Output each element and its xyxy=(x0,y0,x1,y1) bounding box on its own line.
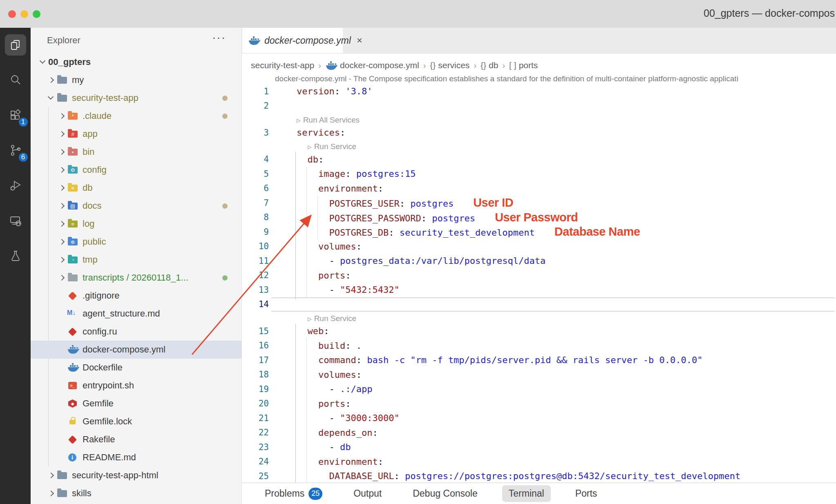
tree-item-agent-structure-md[interactable]: M↓agent_structure.md xyxy=(31,305,241,323)
panel-tab-problems[interactable]: Problems25 xyxy=(258,485,329,503)
code-line-23[interactable]: 23 - db xyxy=(242,440,836,455)
chevron-right-icon[interactable] xyxy=(46,75,56,85)
chevron-right-icon[interactable] xyxy=(56,219,67,229)
tree-item-app[interactable]: #app xyxy=(31,125,241,143)
panel-tab-output[interactable]: Output xyxy=(347,485,388,502)
chevron-right-icon[interactable] xyxy=(56,236,67,247)
code-line-7[interactable]: 7 POSTGRES_USER: postgresUser ID xyxy=(242,196,836,210)
tree-item-00-gpters[interactable]: 00_gpters xyxy=(31,53,241,71)
code-line-14[interactable]: 14 xyxy=(242,297,836,312)
chevron-right-icon[interactable] xyxy=(56,111,67,121)
chevron-right-icon[interactable] xyxy=(56,183,67,193)
code-line-15[interactable]: 15 web: xyxy=(242,324,836,339)
code-line-19[interactable]: 19 - .:/app xyxy=(242,382,836,397)
breadcrumb-item-docker-compose-yml[interactable]: docker-compose.yml xyxy=(325,60,419,70)
tree-item-log[interactable]: ≡log xyxy=(31,215,241,233)
maximize-window-button[interactable] xyxy=(33,10,40,18)
tree-item--claude[interactable]: *.claude xyxy=(31,107,241,125)
breadcrumb: security-test-app›docker-compose.yml›{}s… xyxy=(251,58,538,73)
code-line-25[interactable]: 25 DATABASE_URL: postgres://postgres:pos… xyxy=(242,469,836,482)
tree-item-security-test-app[interactable]: security-test-app xyxy=(31,89,241,107)
code-line-1[interactable]: 1version: '3.8' xyxy=(242,84,836,99)
code-line-21[interactable]: 21 - "3000:3000" xyxy=(242,411,836,426)
codelens-run-service[interactable]: ▷Run Service xyxy=(242,312,836,324)
tree-item-label: docker-compose.yml xyxy=(83,344,165,355)
chevron-right-icon[interactable] xyxy=(46,470,56,481)
panel-tab-terminal[interactable]: Terminal xyxy=(502,485,551,502)
tree-item-readme-md[interactable]: iREADME.md xyxy=(31,448,241,466)
tree-item-config-ru[interactable]: config.ru xyxy=(31,323,241,341)
code-line-16[interactable]: 16 build: . xyxy=(242,339,836,353)
activity-item-explorer[interactable] xyxy=(5,34,26,56)
explorer-more-actions-icon[interactable]: ··· xyxy=(212,31,226,44)
breadcrumb-item-ports[interactable]: [ ]ports xyxy=(509,60,538,70)
chevron-right-icon[interactable] xyxy=(56,129,67,139)
chevron-right-icon[interactable] xyxy=(56,272,67,283)
tree-item-my[interactable]: my xyxy=(31,71,241,89)
tree-item-skills[interactable]: skills xyxy=(31,484,241,502)
code-line-17[interactable]: 17 command: bash -c "rm -f tmp/pids/serv… xyxy=(242,353,836,368)
breadcrumb-item-db[interactable]: {}db xyxy=(481,60,498,70)
panel-tab-ports[interactable]: Ports xyxy=(569,485,604,502)
code-line-20[interactable]: 20 ports: xyxy=(242,397,836,411)
code-line-4[interactable]: 4 db: xyxy=(242,152,836,167)
tree-item-config[interactable]: ⚙config xyxy=(31,161,241,179)
code-line-8[interactable]: 8 POSTGRES_PASSWORD: postgresUser Passwo… xyxy=(242,210,836,225)
tree-item-gemfile-lock[interactable]: Gemfile.lock xyxy=(31,413,241,430)
breadcrumb-item-security-test-app[interactable]: security-test-app xyxy=(251,60,314,70)
tree-item-docs[interactable]: ▤docs xyxy=(31,197,241,215)
chevron-right-icon[interactable] xyxy=(46,488,56,499)
code-line-13[interactable]: 13 - "5432:5432" xyxy=(242,283,836,297)
code-line-6[interactable]: 6 environment: xyxy=(242,181,836,196)
folder-icon: # xyxy=(67,129,79,139)
activity-item-remote-explorer[interactable] xyxy=(5,210,26,231)
code-editor[interactable]: 1version: '3.8'2▷Run All Services3servic… xyxy=(242,84,836,482)
minimize-window-button[interactable] xyxy=(20,10,28,18)
code-line-2[interactable]: 2 xyxy=(242,99,836,114)
chevron-right-icon[interactable] xyxy=(56,147,67,157)
breadcrumb-item-services[interactable]: {}services xyxy=(430,60,469,70)
breadcrumb-label: ports xyxy=(519,60,538,70)
close-tab-icon[interactable]: × xyxy=(357,35,362,46)
tree-item-gemfile[interactable]: ◆Gemfile xyxy=(31,395,241,413)
tab-docker-compose[interactable]: docker-compose.yml × xyxy=(242,28,343,53)
tree-item-security-test-app-html[interactable]: security-test-app-html xyxy=(31,466,241,484)
tree-item-transcripts-20260118-1-[interactable]: transcripts / 20260118_1... xyxy=(31,269,241,287)
tree-item--gitignore[interactable]: .gitignore xyxy=(31,287,241,305)
chevron-right-icon[interactable] xyxy=(56,254,67,265)
chevron-right-icon[interactable] xyxy=(56,201,67,211)
tree-item-bin[interactable]: ▪bin xyxy=(31,143,241,161)
activity-item-run-debug[interactable] xyxy=(5,175,26,196)
tree-item-label: Gemfile xyxy=(83,398,114,409)
line-number: 25 xyxy=(242,471,269,481)
breadcrumb-label: docker-compose.yml xyxy=(340,60,419,70)
code-line-3[interactable]: 3services: xyxy=(242,125,836,140)
tree-item-entrypoint-sh[interactable]: >_entrypoint.sh xyxy=(31,377,241,395)
close-window-button[interactable] xyxy=(8,10,16,18)
code-line-10[interactable]: 10 volumes: xyxy=(242,239,836,254)
tree-item-db[interactable]: ≡db xyxy=(31,179,241,197)
panel-tab-debug-console[interactable]: Debug Console xyxy=(406,485,484,502)
codelens-run-all-services[interactable]: ▷Run All Services xyxy=(242,113,836,125)
chevron-right-icon[interactable] xyxy=(56,165,67,175)
chevron-down-icon[interactable] xyxy=(38,57,48,67)
tree-item-public[interactable]: ⊕public xyxy=(31,233,241,251)
tree-item-dockerfile[interactable]: Dockerfile xyxy=(31,359,241,377)
activity-item-extensions[interactable]: 1 xyxy=(5,105,26,126)
code-line-18[interactable]: 18 volumes: xyxy=(242,368,836,382)
code-line-22[interactable]: 22 depends_on: xyxy=(242,426,836,440)
activity-item-source-control[interactable]: 6 xyxy=(5,140,26,161)
tree-item-rakefile[interactable]: Rakefile xyxy=(31,430,241,448)
chevron-down-icon[interactable] xyxy=(46,93,56,103)
tree-item-tmp[interactable]: ◔tmp xyxy=(31,251,241,269)
code-line-9[interactable]: 9 POSTGRES_DB: security_test_development… xyxy=(242,225,836,239)
code-line-11[interactable]: 11 - postgres_data:/var/lib/postgresql/d… xyxy=(242,254,836,268)
code-line-5[interactable]: 5 image: postgres:15 xyxy=(242,167,836,181)
activity-item-testing[interactable] xyxy=(5,245,26,266)
code-line-12[interactable]: 12 ports: xyxy=(242,268,836,283)
codelens-run-service[interactable]: ▷Run Service xyxy=(242,140,836,152)
activity-item-search[interactable] xyxy=(5,69,26,91)
tree-item-docker-compose-yml[interactable]: docker-compose.yml xyxy=(31,341,241,359)
panel-tab-label: Ports xyxy=(575,488,597,499)
code-line-24[interactable]: 24 environment: xyxy=(242,455,836,469)
